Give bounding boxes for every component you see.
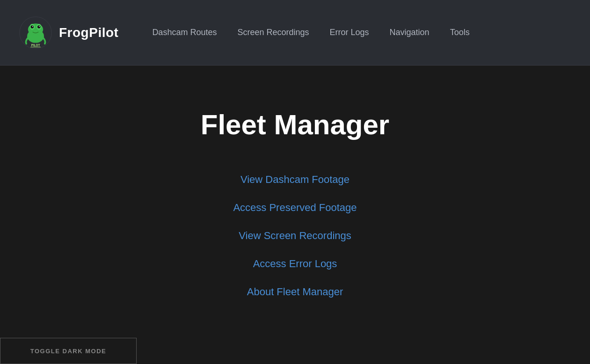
- brand-link[interactable]: PILOT FrogPilot: [19, 16, 118, 50]
- nav-link-error-logs[interactable]: Error Logs: [320, 23, 379, 42]
- toggle-dark-mode-button[interactable]: TOGGLE DARK MODE: [0, 338, 137, 364]
- frogpilot-logo: PILOT: [19, 16, 52, 50]
- nav-link-dashcam-routes[interactable]: Dashcam Routes: [142, 23, 227, 42]
- link-access-error-logs[interactable]: Access Error Logs: [244, 253, 347, 275]
- svg-point-8: [39, 26, 40, 27]
- link-view-dashcam-footage[interactable]: View Dashcam Footage: [231, 169, 359, 190]
- nav-item-navigation: Navigation: [379, 23, 440, 42]
- svg-point-5: [31, 25, 34, 28]
- nav-link-navigation[interactable]: Navigation: [379, 23, 440, 42]
- svg-point-6: [37, 25, 40, 28]
- nav-link-screen-recordings[interactable]: Screen Recordings: [227, 23, 319, 42]
- nav-item-dashcam-routes: Dashcam Routes: [142, 23, 227, 42]
- link-access-preserved-footage[interactable]: Access Preserved Footage: [224, 197, 366, 218]
- nav-item-error-logs: Error Logs: [320, 23, 379, 42]
- navbar: PILOT FrogPilot Dashcam Routes Screen Re…: [0, 0, 590, 66]
- nav-link-tools[interactable]: Tools: [440, 23, 480, 42]
- links-container: View Dashcam Footage Access Preserved Fo…: [9, 169, 581, 303]
- svg-text:PILOT: PILOT: [31, 43, 40, 46]
- nav-item-screen-recordings: Screen Recordings: [227, 23, 319, 42]
- link-view-screen-recordings[interactable]: View Screen Recordings: [229, 225, 361, 247]
- nav-item-tools: Tools: [440, 23, 480, 42]
- nav-list: Dashcam Routes Screen Recordings Error L…: [142, 23, 480, 42]
- page-title: Fleet Manager: [201, 109, 389, 141]
- svg-point-7: [32, 26, 33, 27]
- main-content: Fleet Manager View Dashcam Footage Acces…: [0, 66, 590, 364]
- link-about-fleet-manager[interactable]: About Fleet Manager: [238, 281, 352, 303]
- brand-name: FrogPilot: [59, 25, 118, 40]
